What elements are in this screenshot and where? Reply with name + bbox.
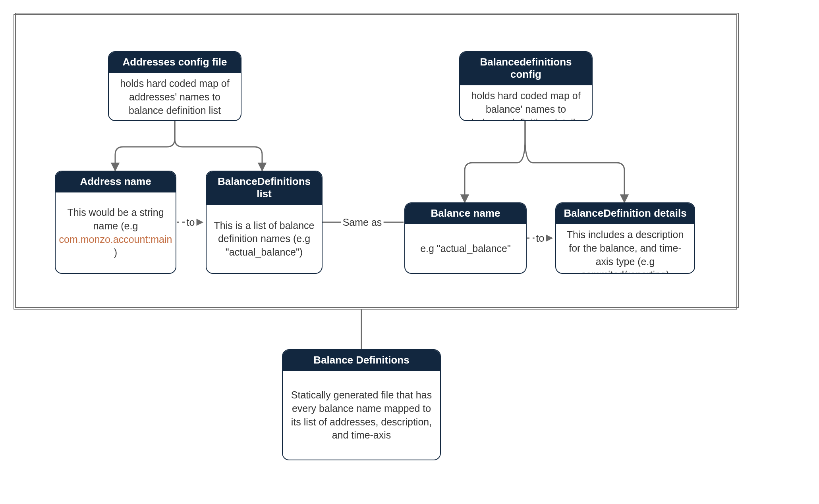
node-body: holds hard coded map of addresses' names… xyxy=(109,73,241,121)
node-baldef-details: BalanceDefinition details This includes … xyxy=(555,202,695,274)
node-title: BalanceDefinition details xyxy=(556,203,694,224)
node-body: This would be a string name (e.g com.mon… xyxy=(56,192,176,273)
diagram-canvas: Addresses config file holds hard coded m… xyxy=(0,0,819,504)
edge-label-same-as: Same as xyxy=(341,217,384,228)
node-balance-definitions: Balance Definitions Statically generated… xyxy=(282,349,441,460)
node-title: Balance Definitions xyxy=(283,350,440,371)
node-balancedef-config: Balancedefinitions config holds hard cod… xyxy=(459,51,593,121)
node-body: holds hard coded map of balance' names t… xyxy=(460,85,592,121)
edge-label-to-2: to xyxy=(535,233,546,244)
node-title: Address name xyxy=(56,171,176,192)
edge-label-to-1: to xyxy=(185,217,197,228)
node-title: Balancedefinitions config xyxy=(460,52,592,85)
node-body: This is a list of balance definition nam… xyxy=(207,205,322,273)
code-text: com.monzo.account:main xyxy=(59,234,172,245)
node-body: e.g "actual_balance" xyxy=(405,224,526,273)
node-address-name: Address name This would be a string name… xyxy=(55,171,176,274)
node-body: This includes a description for the bala… xyxy=(556,224,694,274)
node-body-suffix: ) xyxy=(114,247,117,258)
node-title: Addresses config file xyxy=(109,52,241,73)
node-addresses-config: Addresses config file holds hard coded m… xyxy=(108,51,241,121)
node-title: BalanceDefinitions list xyxy=(207,171,322,205)
node-balance-name: Balance name e.g "actual_balance" xyxy=(404,202,527,274)
node-baldef-list: BalanceDefinitions list This is a list o… xyxy=(206,171,323,274)
node-body: Statically generated file that has every… xyxy=(283,371,440,460)
node-body-prefix: This would be a string name (e.g xyxy=(67,207,164,231)
node-title: Balance name xyxy=(405,203,526,224)
